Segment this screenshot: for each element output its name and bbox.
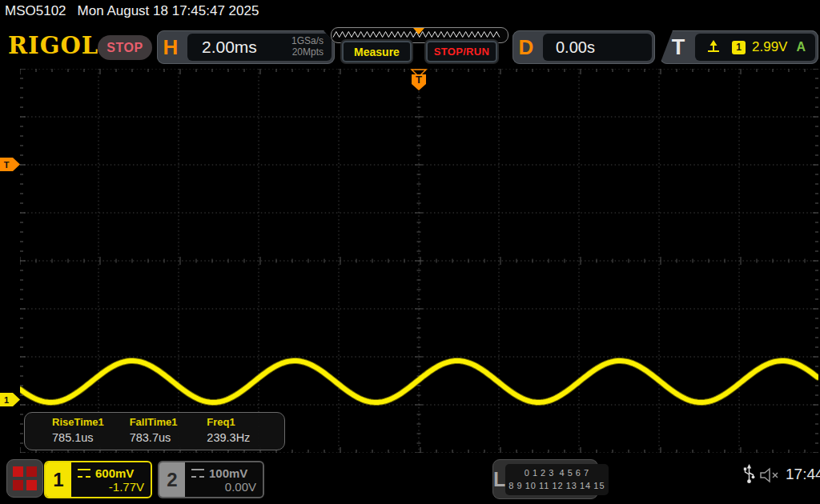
trigger-label: T <box>665 35 692 60</box>
run-state-indicator: STOP <box>98 35 152 60</box>
sound-muted-icon <box>759 467 782 483</box>
horizontal-settings-button[interactable]: H 2.00ms 1GSa/s 20Mpts <box>157 30 335 64</box>
stop-run-button[interactable]: STOP/RUN <box>426 41 497 62</box>
delay-label: D <box>512 35 540 60</box>
clock: 17:44 <box>786 466 820 483</box>
trigger-level-value: 2.99V <box>752 39 787 55</box>
datetime: Mon August 18 17:45:47 2025 <box>78 3 259 18</box>
trigger-level-marker[interactable]: T <box>0 158 20 171</box>
measurement-panel[interactable]: RiseTime1 785.1us FallTime1 783.7us Freq… <box>24 412 285 450</box>
trigger-mode: A <box>796 40 806 54</box>
model-name: MSO5102 <box>5 3 66 18</box>
rising-edge-trigger-icon <box>706 39 724 55</box>
delay-value: 0.00s <box>556 38 595 57</box>
channel1-button[interactable]: 1 600mV -1.77V <box>44 461 152 498</box>
sample-rate: 1GSa/s <box>291 36 324 47</box>
channel2-scale: 100mV <box>209 466 247 480</box>
rigol-logo: RIGOL <box>8 32 98 59</box>
measure-button[interactable]: Measure <box>342 41 412 62</box>
trigger-source-badge: 1 <box>732 41 746 54</box>
dc-coupling-icon <box>191 469 204 478</box>
trigger-settings-button[interactable]: T 1 2.99V A <box>660 30 818 64</box>
graticule: T <box>20 69 818 453</box>
menu-button[interactable] <box>6 459 43 498</box>
status-bar: MSO5102Mon August 18 17:45:47 2025 <box>5 3 259 19</box>
horizontal-label: H <box>157 35 184 60</box>
measurement-freq[interactable]: Freq1 239.3Hz <box>207 413 284 450</box>
logic-channel-list: 0 1 2 3 4 5 6 7 8 9 10 11 12 13 14 15 <box>505 464 608 495</box>
channel1-offset: -1.77V <box>78 480 144 494</box>
channel1-scale: 600mV <box>95 466 134 480</box>
logic-label: L <box>493 468 505 491</box>
channel2-number: 2 <box>159 462 185 497</box>
menu-grid-icon <box>13 466 23 477</box>
delay-settings-button[interactable]: D 0.00s <box>512 30 655 64</box>
waveform-preview-icon <box>332 28 506 41</box>
measurement-falltime[interactable]: FallTime1 783.7us <box>130 413 207 450</box>
timebase-value: 2.00ms <box>202 38 257 57</box>
usb-icon <box>743 464 755 485</box>
oscilloscope-screen: MSO5102Mon August 18 17:45:47 2025 RIGOL… <box>0 0 820 504</box>
channel2-button[interactable]: 2 100mV 0.00V <box>158 461 264 498</box>
dc-coupling-icon <box>78 469 90 478</box>
memory-depth: 20Mpts <box>291 47 324 58</box>
channel1-number: 1 <box>46 462 71 497</box>
channel2-offset: 0.00V <box>191 480 256 494</box>
channel1-position-marker[interactable]: 1 <box>0 393 20 406</box>
acquisition-rates: 1GSa/s 20Mpts <box>291 36 324 58</box>
logic-channels-button[interactable]: L 0 1 2 3 4 5 6 7 8 9 10 11 12 13 14 15 <box>492 459 598 499</box>
measurement-risetime[interactable]: RiseTime1 785.1us <box>52 413 130 450</box>
svg-text:T: T <box>416 74 422 86</box>
